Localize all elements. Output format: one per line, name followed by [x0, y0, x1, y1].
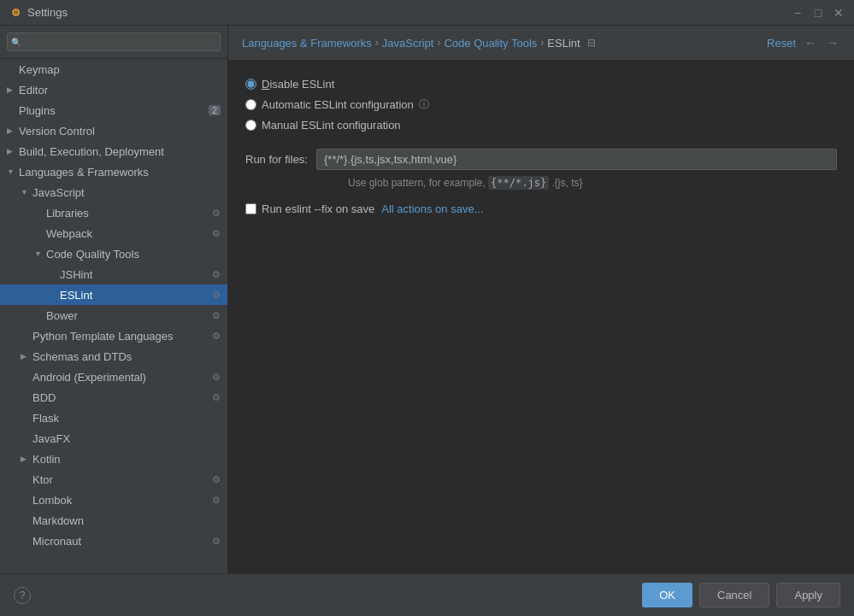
- sidebar-item-label: Libraries: [46, 207, 209, 220]
- sidebar-item-label: Android (Experimental): [32, 371, 209, 384]
- sidebar-item-label: Kotlin: [32, 453, 221, 466]
- window-title: Settings: [27, 6, 791, 19]
- sidebar-item-bower[interactable]: Bower⚙: [0, 305, 227, 326]
- sidebar-item-flask[interactable]: Flask: [0, 408, 227, 428]
- search-box: [0, 26, 227, 59]
- sidebar-item-javascript[interactable]: ▼JavaScript: [0, 182, 227, 202]
- title-bar: ⚙ Settings − □ ✕: [0, 0, 854, 26]
- gear-icon: ⚙: [212, 331, 221, 342]
- breadcrumb-eslint: ESLint: [547, 37, 580, 50]
- radio-automatic[interactable]: Automatic ESLint configuration ⓘ: [245, 97, 837, 112]
- radio-manual[interactable]: Manual ESLint configuration: [245, 119, 837, 132]
- breadcrumb: Languages & Frameworks › JavaScript › Co…: [228, 26, 854, 61]
- sidebar-item-label: Plugins: [19, 104, 205, 117]
- sidebar-item-libraries[interactable]: Libraries⚙: [0, 202, 227, 223]
- sidebar-item-android-experimental[interactable]: Android (Experimental)⚙: [0, 367, 227, 387]
- sidebar-item-label: Languages & Frameworks: [19, 166, 221, 179]
- tree-arrow: ▼: [21, 188, 31, 197]
- close-button[interactable]: ✕: [832, 6, 845, 20]
- run-for-files-label: Run for files:: [245, 153, 308, 166]
- eslint-settings-content: Disable ESLint Automatic ESLint configur…: [228, 61, 854, 573]
- help-button[interactable]: ?: [14, 587, 31, 604]
- content-area: Languages & Frameworks › JavaScript › Co…: [228, 26, 854, 573]
- tree-arrow: ▶: [21, 352, 31, 361]
- settings-tree: Keymap▶EditorPlugins2▶Version Control▶Bu…: [0, 59, 227, 573]
- breadcrumb-sep-3: ›: [540, 37, 544, 49]
- tree-arrow: ▶: [21, 455, 31, 463]
- nav-forward-button[interactable]: →: [825, 34, 840, 51]
- tree-arrow: ▼: [7, 167, 17, 176]
- reset-button[interactable]: Reset: [767, 37, 796, 50]
- sidebar-item-ktor[interactable]: Ktor⚙: [0, 469, 227, 490]
- sidebar-item-label: JavaScript: [32, 186, 221, 199]
- footer-right: OK Cancel Apply: [642, 583, 840, 607]
- radio-manual-input[interactable]: [245, 120, 256, 131]
- nav-back-button[interactable]: ←: [803, 34, 818, 51]
- run-on-save-label: Run eslint --fix on save: [262, 202, 374, 215]
- window-controls: − □ ✕: [791, 6, 845, 20]
- ok-button[interactable]: OK: [642, 583, 692, 607]
- sidebar-item-label: Code Quality Tools: [46, 248, 221, 261]
- sidebar-item-label: Flask: [32, 412, 221, 425]
- sidebar-item-version-control[interactable]: ▶Version Control: [0, 120, 227, 141]
- tree-arrow: ▶: [7, 85, 17, 94]
- gear-icon: ⚙: [212, 310, 221, 321]
- sidebar-item-bdd[interactable]: BDD⚙: [0, 387, 227, 408]
- search-wrap: [7, 32, 221, 51]
- eslint-radio-group: Disable ESLint Automatic ESLint configur…: [245, 78, 837, 132]
- run-for-files-input[interactable]: [316, 149, 837, 170]
- sidebar-item-kotlin[interactable]: ▶Kotlin: [0, 449, 227, 469]
- sidebar-item-label: JSHint: [60, 268, 209, 281]
- sidebar-item-schemas-and-dtds[interactable]: ▶Schemas and DTDs: [0, 346, 227, 367]
- cancel-button[interactable]: Cancel: [699, 583, 769, 607]
- maximize-button[interactable]: □: [811, 6, 825, 20]
- sidebar-item-lombok[interactable]: Lombok⚙: [0, 490, 227, 510]
- gear-icon: ⚙: [212, 474, 221, 485]
- minimize-button[interactable]: −: [791, 6, 804, 20]
- search-input[interactable]: [7, 32, 221, 51]
- sidebar-item-markdown[interactable]: Markdown: [0, 510, 227, 531]
- footer: ? OK Cancel Apply: [0, 573, 854, 616]
- sidebar-item-label: Micronaut: [32, 535, 209, 548]
- run-on-save-checkbox-item[interactable]: Run eslint --fix on save: [245, 202, 374, 215]
- sidebar-item-languages-frameworks[interactable]: ▼Languages & Frameworks: [0, 161, 227, 182]
- sidebar-item-label: Editor: [19, 84, 221, 97]
- sidebar-item-editor[interactable]: ▶Editor: [0, 79, 227, 100]
- sidebar-item-label: Schemas and DTDs: [32, 350, 221, 363]
- sidebar-item-python-template-languages[interactable]: Python Template Languages⚙: [0, 326, 227, 346]
- radio-manual-label: Manual ESLint configuration: [262, 119, 401, 132]
- radio-disable-input[interactable]: [245, 79, 256, 90]
- glob-hint: Use glob pattern, for example, {**/*.js}…: [348, 177, 837, 189]
- sidebar-item-webpack[interactable]: Webpack⚙: [0, 223, 227, 243]
- radio-disable[interactable]: Disable ESLint: [245, 78, 837, 91]
- apply-button[interactable]: Apply: [776, 583, 840, 607]
- sidebar-item-eslint[interactable]: ESLint⚙: [0, 285, 227, 305]
- sidebar-item-label: Webpack: [46, 227, 209, 240]
- glob-hint-code: {**/*.js}: [488, 176, 549, 190]
- sidebar-item-build-execution[interactable]: ▶Build, Execution, Deployment: [0, 141, 227, 161]
- sidebar-item-micronaut[interactable]: Micronaut⚙: [0, 531, 227, 551]
- breadcrumb-languages-frameworks[interactable]: Languages & Frameworks: [242, 37, 372, 50]
- sidebar-item-label: Markdown: [32, 514, 221, 527]
- info-icon[interactable]: ⓘ: [419, 97, 429, 112]
- tree-arrow: ▶: [7, 147, 17, 155]
- breadcrumb-code-quality-tools[interactable]: Code Quality Tools: [444, 37, 537, 50]
- sidebar-item-label: Build, Execution, Deployment: [19, 145, 221, 158]
- sidebar: Keymap▶EditorPlugins2▶Version Control▶Bu…: [0, 26, 228, 573]
- sidebar-item-label: Ktor: [32, 473, 209, 486]
- tree-arrow: ▶: [7, 126, 17, 135]
- sidebar-item-javafx[interactable]: JavaFX: [0, 428, 227, 449]
- sidebar-item-plugins[interactable]: Plugins2: [0, 100, 227, 120]
- gear-icon: ⚙: [212, 536, 221, 547]
- sidebar-item-keymap[interactable]: Keymap: [0, 59, 227, 79]
- app-icon: ⚙: [9, 6, 22, 20]
- radio-automatic-input[interactable]: [245, 99, 256, 110]
- all-actions-on-save-link[interactable]: All actions on save...: [381, 202, 483, 215]
- on-save-row: Run eslint --fix on save All actions on …: [245, 202, 837, 215]
- run-on-save-checkbox[interactable]: [245, 203, 256, 214]
- breadcrumb-javascript[interactable]: JavaScript: [382, 37, 434, 50]
- gear-icon: ⚙: [212, 269, 221, 280]
- sidebar-item-jshint[interactable]: JSHint⚙: [0, 264, 227, 285]
- sidebar-item-code-quality-tools[interactable]: ▼Code Quality Tools: [0, 243, 227, 264]
- sidebar-item-label: Bower: [46, 309, 209, 322]
